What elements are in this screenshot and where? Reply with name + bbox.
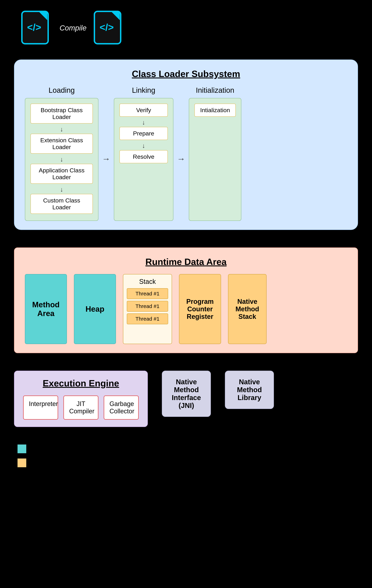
- arrow-down-1: ↓: [60, 126, 63, 133]
- arrow-down-prepare: ↓: [142, 142, 145, 149]
- svg-text:</>: </>: [100, 22, 114, 33]
- init-box: Intialization: [189, 98, 241, 221]
- legend-item-2: [18, 459, 358, 467]
- class-loader-inner: Loading Bootstrap Class Loader ↓ Extensi…: [25, 86, 347, 221]
- execution-engine: Execution Engine Interpreter JITCompiler…: [14, 371, 148, 427]
- legend-item-1: [18, 444, 358, 453]
- linking-items: Verify ↓ Prepare ↓ Resolve: [120, 104, 168, 165]
- prepare-item: Prepare: [120, 127, 168, 140]
- heap-box: Heap: [74, 274, 116, 344]
- arrow-linking-init: →: [173, 97, 189, 221]
- native-lib-label: Native MethodLibrary: [234, 378, 265, 402]
- bottom-section: Execution Engine Interpreter JITCompiler…: [14, 371, 358, 427]
- class-loader-section: Class Loader Subsystem Loading Bootstrap…: [14, 60, 358, 230]
- loading-label: Loading: [48, 86, 75, 94]
- execution-title: Execution Engine: [23, 378, 139, 388]
- source-file-icon-1: </>: [21, 10, 53, 45]
- legend-color-teal: [18, 444, 26, 453]
- thread-1: Thread #1: [127, 288, 168, 299]
- stack-title: Stack: [127, 278, 168, 285]
- application-loader: Application Class Loader: [31, 164, 93, 184]
- arrow-loading-linking: →: [98, 97, 114, 221]
- top-section: </> Compile </>: [14, 10, 358, 45]
- class-loader-title: Class Loader Subsystem: [25, 69, 347, 79]
- thread-2: Thread #1: [127, 301, 168, 312]
- compile-label: Compile: [60, 24, 87, 32]
- init-phase: Initialization Intialization: [189, 86, 241, 221]
- bootstrap-loader: Bootstrap Class Loader: [31, 104, 93, 124]
- stack-outer: Stack Thread #1 Thread #1 Thread #1: [123, 274, 172, 344]
- method-area-box: MethodArea: [25, 274, 67, 344]
- jni-box: Native MethodInterface(JNI): [162, 371, 211, 417]
- legend-color-orange: [18, 459, 26, 467]
- svg-text:</>: </>: [27, 22, 41, 33]
- jit-compiler-item: JITCompiler: [63, 396, 98, 420]
- custom-loader: Custom Class Loader: [31, 194, 93, 214]
- linking-label: Linking: [132, 86, 155, 94]
- loading-box: Bootstrap Class Loader ↓ Extension Class…: [25, 98, 98, 221]
- native-library-box: Native MethodLibrary: [225, 371, 274, 409]
- arrow-down-2: ↓: [60, 156, 63, 163]
- verify-item: Verify: [120, 104, 168, 117]
- source-file-icon-2: </>: [94, 10, 125, 45]
- arrow-down-3: ↓: [60, 186, 63, 193]
- runtime-section: Runtime Data Area MethodArea Heap Stack …: [14, 247, 358, 353]
- extension-loader: Extension Class Loader: [31, 134, 93, 154]
- program-counter-box: ProgramCounterRegister: [179, 274, 221, 344]
- arrow-down-verify: ↓: [142, 119, 145, 126]
- runtime-title: Runtime Data Area: [25, 257, 347, 267]
- native-stack-box: NativeMethodStack: [228, 274, 267, 344]
- initialization-item: Intialization: [194, 104, 236, 117]
- garbage-collector-item: GarbageCollector: [104, 396, 139, 420]
- jni-label: Native MethodInterface(JNI): [171, 378, 202, 410]
- linking-phase: Linking Verify ↓ Prepare ↓ Resolve: [114, 86, 173, 221]
- execution-inner: Interpreter JITCompiler GarbageCollector: [23, 396, 139, 420]
- linking-box: Verify ↓ Prepare ↓ Resolve: [114, 98, 173, 221]
- method-area-label: MethodArea: [32, 300, 60, 318]
- init-label: Initialization: [196, 86, 234, 94]
- runtime-inner: MethodArea Heap Stack Thread #1 Thread #…: [25, 274, 347, 344]
- loading-phase: Loading Bootstrap Class Loader ↓ Extensi…: [25, 86, 98, 221]
- thread-3: Thread #1: [127, 314, 168, 324]
- heap-label: Heap: [86, 305, 104, 314]
- native-stack-label: NativeMethodStack: [235, 298, 259, 320]
- legend: [14, 444, 358, 467]
- program-counter-label: ProgramCounterRegister: [186, 298, 214, 320]
- interpreter-item: Interpreter: [23, 396, 58, 420]
- resolve-item: Resolve: [120, 150, 168, 163]
